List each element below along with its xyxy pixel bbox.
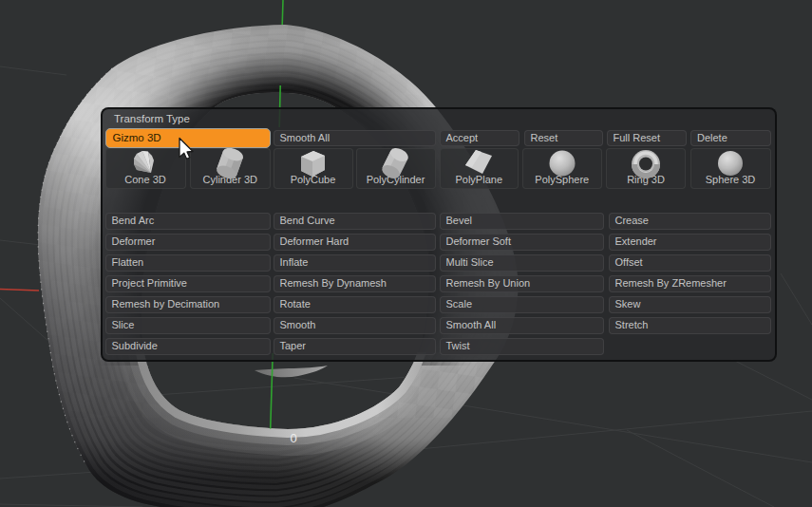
svg-text:0: 0 [290, 431, 296, 445]
